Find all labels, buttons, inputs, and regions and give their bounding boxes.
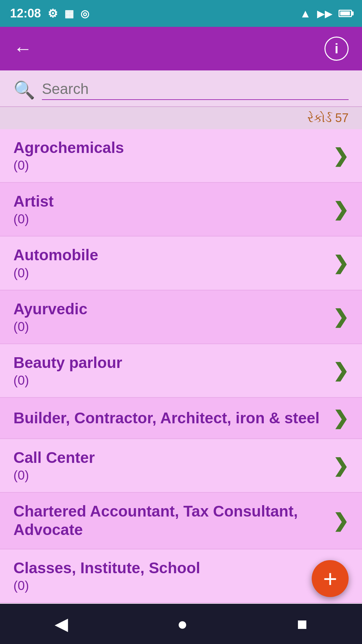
bottom-navigation: ◀ ● ■ — [0, 604, 362, 644]
list-item-subtitle: (0) — [13, 373, 326, 388]
list-item-title: Beauty parlour — [13, 354, 326, 372]
list-item-title: Ayurvedic — [13, 300, 326, 318]
search-icon: 🔍 — [13, 80, 35, 100]
chevron-right-icon: ❯ — [333, 199, 349, 220]
chevron-right-icon: ❯ — [333, 407, 349, 429]
list-item-subtitle: (0) — [13, 468, 326, 483]
info-button[interactable]: i — [324, 37, 349, 61]
search-bar: 🔍 — [0, 70, 362, 107]
back-nav-button[interactable]: ◀ — [35, 608, 88, 639]
add-fab-button[interactable]: + — [312, 560, 349, 597]
chevron-right-icon: ❯ — [333, 252, 349, 274]
at-icon: ◎ — [80, 8, 89, 19]
signal-icon: ▶▶ — [317, 8, 333, 19]
list-item[interactable]: Classes, Institute, School(0)❯ — [0, 549, 362, 603]
list-item-title: Agrochemicals — [13, 139, 326, 157]
time-display: 12:08 — [10, 6, 41, 20]
wifi-icon: ▲ — [300, 7, 311, 20]
list-item-subtitle: (0) — [13, 266, 326, 280]
list-item-subtitle: (0) — [13, 212, 326, 226]
list-item[interactable]: Chartered Accountant, Tax Consultant, Ad… — [0, 493, 362, 549]
list-item[interactable]: Agrochemicals(0)❯ — [0, 129, 362, 183]
app-bar: ← i — [0, 27, 362, 70]
list-item[interactable]: Artist(0)❯ — [0, 183, 362, 236]
list-item-title: Artist — [13, 192, 326, 211]
list-item-subtitle: (0) — [13, 579, 326, 593]
sim-icon: ▦ — [64, 8, 74, 19]
list-item[interactable]: Call Center(0)❯ — [0, 439, 362, 493]
list-item[interactable]: Ayurvedic(0)❯ — [0, 290, 362, 344]
home-nav-button[interactable]: ● — [157, 608, 208, 639]
record-count: રેકોર્ડ 57 — [0, 107, 362, 129]
back-button[interactable]: ← — [13, 39, 32, 58]
chevron-right-icon: ❯ — [333, 145, 349, 167]
search-input[interactable] — [42, 80, 349, 100]
chevron-right-icon: ❯ — [333, 510, 349, 532]
list-item-title: Builder, Contractor, Architect, iron & s… — [13, 409, 326, 427]
category-list: Agrochemicals(0)❯Artist(0)❯Automobile(0)… — [0, 129, 362, 603]
battery-icon — [339, 10, 352, 17]
recent-nav-button[interactable]: ■ — [277, 608, 327, 639]
list-item[interactable]: Beauty parlour(0)❯ — [0, 344, 362, 398]
list-item-title: Chartered Accountant, Tax Consultant, Ad… — [13, 502, 326, 539]
list-item-title: Automobile — [13, 246, 326, 264]
list-item-title: Classes, Institute, School — [13, 559, 326, 577]
chevron-right-icon: ❯ — [333, 455, 349, 477]
list-item[interactable]: Builder, Contractor, Architect, iron & s… — [0, 398, 362, 439]
chevron-right-icon: ❯ — [333, 360, 349, 381]
list-item-title: Call Center — [13, 448, 326, 467]
list-item-subtitle: (0) — [13, 320, 326, 334]
list-item-subtitle: (0) — [13, 158, 326, 173]
chevron-right-icon: ❯ — [333, 306, 349, 328]
list-item[interactable]: Automobile(0)❯ — [0, 236, 362, 290]
settings-icon: ⚙ — [48, 7, 58, 20]
status-bar: 12:08 ⚙ ▦ ◎ ▲ ▶▶ — [0, 0, 362, 27]
